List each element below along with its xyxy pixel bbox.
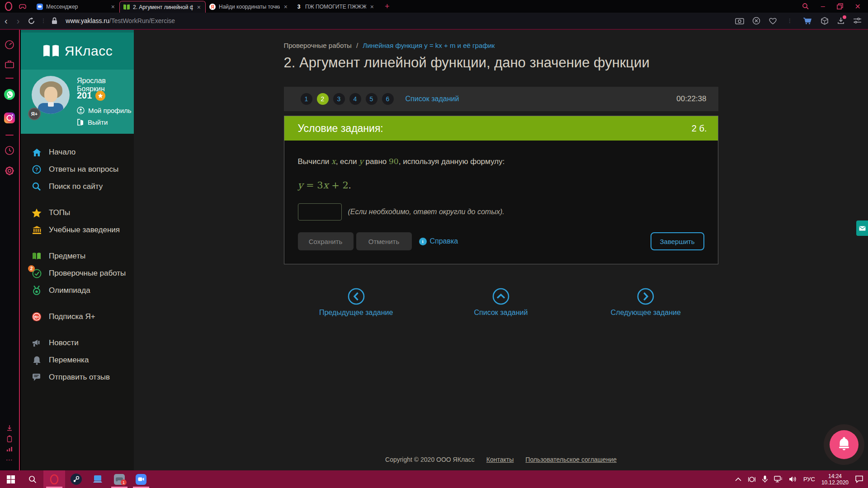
task-list[interactable]: Список заданий <box>429 288 573 317</box>
network-tray-icon[interactable] <box>774 476 783 483</box>
breadcrumb-current-link[interactable]: Линейная функция y = kx + m и её график <box>363 42 495 49</box>
next-task[interactable]: Следующее задание <box>573 288 718 317</box>
sidebar-item-news[interactable]: Новости <box>21 334 134 352</box>
sidebar-item-tops[interactable]: ТОПы <box>21 204 134 221</box>
task-number-6[interactable]: 6 <box>382 93 394 105</box>
more-icon[interactable]: ⋮ <box>41 18 46 24</box>
taskbar-gamepad-app-button[interactable]: 1 <box>108 470 130 488</box>
search-icon[interactable] <box>802 3 809 10</box>
save-button[interactable]: Сохранить <box>298 232 354 250</box>
sidebar-item-yaplus[interactable]: Я+ Подписка Я+ <box>21 308 134 325</box>
history-clock-icon[interactable] <box>5 145 14 155</box>
help-link[interactable]: i Справка <box>419 237 458 245</box>
task-number-2-active[interactable]: 2 <box>317 93 329 105</box>
taskbar-search-button[interactable] <box>22 470 43 488</box>
messenger-icon <box>37 4 43 10</box>
yaklass-logo[interactable]: ЯКласс <box>21 30 134 70</box>
my-profile-link[interactable]: Мой профиль <box>77 107 132 114</box>
language-indicator[interactable]: РУС <box>803 476 815 483</box>
agreement-link[interactable]: Пользовательское соглашение <box>525 456 617 463</box>
whatsapp-icon[interactable] <box>4 89 15 102</box>
notification-bell-button[interactable] <box>824 424 864 465</box>
clock[interactable]: 14:24 10.12.2020 <box>821 473 849 486</box>
more-icon[interactable]: ⋯ <box>6 456 14 464</box>
taskbar-zoom-button[interactable] <box>130 470 152 488</box>
extensions-cube-icon[interactable] <box>821 17 829 25</box>
task-number-3[interactable]: 3 <box>333 93 345 105</box>
windows-taskbar: 1 РУС 14:24 10.12.2020 <box>0 470 868 488</box>
sidebar-item-questions[interactable]: ? Ответы на вопросы <box>21 161 134 178</box>
action-center-icon[interactable] <box>855 475 863 483</box>
taskbar-steam-button[interactable] <box>65 470 87 488</box>
forward-icon[interactable]: › <box>12 16 24 26</box>
taskbar-opera-button[interactable] <box>43 470 65 488</box>
minimize-icon[interactable]: – <box>821 2 825 10</box>
points-star-icon <box>95 91 105 101</box>
tune-icon[interactable] <box>853 17 862 24</box>
download-small-icon[interactable] <box>6 425 13 431</box>
finish-button[interactable]: Завершить <box>651 232 704 250</box>
sidebar-item-schools[interactable]: Учебные заведения <box>21 221 134 239</box>
math-y: y <box>359 157 363 166</box>
url-text[interactable]: www.yaklass.ru/TestWorkRun/Exercise <box>66 17 175 24</box>
workspace-icon[interactable] <box>5 60 14 69</box>
close-icon[interactable]: × <box>196 4 202 10</box>
restore-icon[interactable] <box>837 3 843 9</box>
sidebar-item-tests[interactable]: 2 Проверочные работы <box>21 265 134 282</box>
feedback-mail-tab[interactable] <box>856 221 868 236</box>
sidebar-item-break[interactable]: Переменка <box>21 352 134 369</box>
tab-question[interactable]: 3 ПЖ ПОМОГИТЕ ПЖЖЖЖ × <box>292 1 378 13</box>
svg-text:Я+: Я+ <box>34 315 39 319</box>
battery-icon[interactable] <box>7 435 12 442</box>
cart-icon[interactable] <box>802 17 812 25</box>
gauge-icon[interactable] <box>6 446 13 452</box>
new-tab-button[interactable]: + <box>385 2 390 11</box>
prev-task[interactable]: Предыдущее задание <box>284 288 429 317</box>
sidebar-item-search[interactable]: Поиск по сайту <box>21 178 134 195</box>
speed-dial-icon[interactable] <box>5 40 14 50</box>
opera-logo-icon[interactable] <box>4 2 13 11</box>
browser-sidebar-strip: ⋯ <box>0 30 20 470</box>
cancel-button[interactable]: Отменить <box>356 232 412 250</box>
contacts-link[interactable]: Контакты <box>486 456 514 463</box>
chevron-left-icon[interactable] <box>348 288 365 305</box>
task-number-1[interactable]: 1 <box>301 93 312 105</box>
megaphone-icon <box>32 338 42 348</box>
snapshot-icon[interactable] <box>735 17 744 24</box>
sidebar-item-home[interactable]: Начало <box>21 144 134 161</box>
settings-gear-icon[interactable] <box>4 165 15 176</box>
start-button[interactable] <box>0 470 22 488</box>
breadcrumb-root[interactable]: Проверочные работы <box>284 42 352 49</box>
downloads-icon[interactable] <box>837 17 845 25</box>
sidebar-item-olympiad[interactable]: Олимпиада <box>21 282 134 299</box>
close-icon[interactable]: × <box>110 4 116 10</box>
tab-bar: Мессенджер × 2. Аргумент линейной фу × Я… <box>0 0 868 13</box>
close-window-icon[interactable]: ✕ <box>855 2 861 11</box>
reload-icon[interactable] <box>28 17 35 25</box>
taskbar-pc-app-button[interactable] <box>87 470 108 488</box>
obs-tray-icon[interactable] <box>748 476 756 483</box>
bookmark-heart-icon[interactable] <box>769 17 777 25</box>
adblock-icon[interactable] <box>752 17 760 25</box>
speaker-tray-icon[interactable] <box>789 476 797 483</box>
task-header-title: Условие задания: <box>298 122 383 135</box>
close-icon[interactable]: × <box>283 4 288 10</box>
task-list-link[interactable]: Список заданий <box>406 95 459 103</box>
back-icon[interactable]: ‹ <box>0 16 12 26</box>
tab-messenger[interactable]: Мессенджер × <box>33 1 119 13</box>
task-number-5[interactable]: 5 <box>366 93 377 105</box>
chevron-up-icon[interactable] <box>492 288 509 305</box>
tab-yandex[interactable]: Я Найди координаты точки × <box>206 1 292 13</box>
tab-yaklass-active[interactable]: 2. Аргумент линейной фу × <box>119 1 206 13</box>
gx-corner-icon[interactable] <box>19 3 27 9</box>
chevron-right-icon[interactable] <box>637 288 654 305</box>
close-icon[interactable]: × <box>369 4 375 10</box>
sidebar-item-feedback[interactable]: Отправить отзыв <box>21 369 134 386</box>
sidebar-item-subjects[interactable]: Предметы <box>21 248 134 265</box>
microphone-tray-icon[interactable] <box>762 475 768 483</box>
answer-input[interactable] <box>298 203 342 221</box>
tray-expand-icon[interactable] <box>735 477 741 481</box>
instagram-icon[interactable] <box>4 112 15 126</box>
task-number-4[interactable]: 4 <box>349 93 361 105</box>
logout-link[interactable]: Выйти <box>77 118 108 126</box>
